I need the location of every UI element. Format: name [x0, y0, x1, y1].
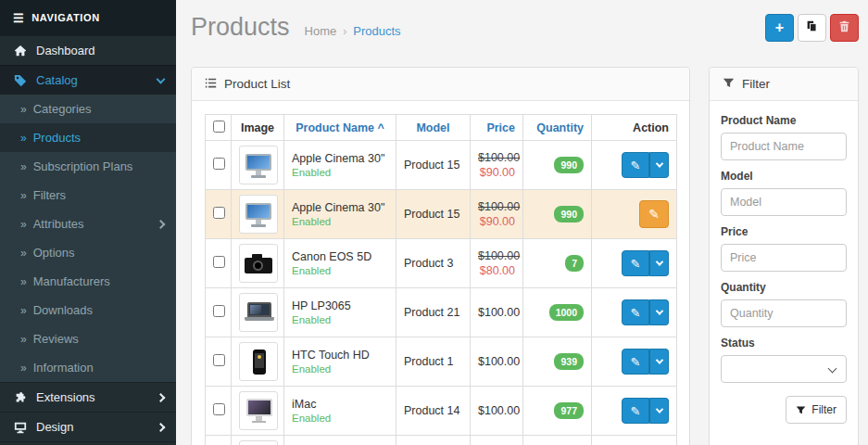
product-list-panel: Product List Image Product Name ^	[191, 67, 690, 445]
product-name: Canon EOS 5D	[292, 250, 388, 263]
double-angle-icon: »	[20, 132, 25, 145]
pencil-icon: ✎	[631, 355, 641, 369]
list-icon	[205, 77, 217, 92]
sidebar-item-products[interactable]: » Products	[0, 123, 176, 152]
sidebar-item-catalog[interactable]: Catalog	[0, 65, 176, 95]
chevron-down-icon	[828, 364, 837, 374]
double-angle-icon: »	[20, 333, 25, 346]
panel-title: Filter	[742, 77, 770, 91]
sidebar-item-categories[interactable]: » Categories	[0, 95, 176, 123]
filter-panel-header: Filter	[710, 68, 858, 101]
caret-down-icon	[655, 356, 662, 363]
sidebar-next-item-edge	[0, 441, 176, 445]
breadcrumb-current[interactable]: Products	[353, 24, 400, 38]
quantity-badge: 990	[554, 206, 584, 222]
filter-apply-button[interactable]: Filter	[786, 396, 847, 424]
sidebar-header: ☰ NAVIGATION	[0, 0, 176, 35]
product-name: Apple Cinema 30"	[292, 201, 388, 214]
filter-price-input[interactable]	[721, 244, 847, 272]
row-checkbox[interactable]	[213, 403, 225, 415]
table-row-selected: Apple Cinema 30"Enabled Product 15 $100.…	[206, 190, 677, 239]
filter-label-quantity: Quantity	[721, 281, 847, 294]
copy-button[interactable]	[798, 14, 826, 42]
price-old: $100.00	[478, 151, 515, 164]
edit-dropdown-button[interactable]	[649, 299, 669, 325]
pencil-icon: ✎	[631, 257, 641, 271]
price-new: $90.00	[478, 215, 515, 228]
product-list-panel-header: Product List	[192, 68, 689, 101]
price-new: $80.00	[478, 264, 515, 277]
sidebar-item-information[interactable]: » Information	[0, 353, 176, 382]
sidebar-item-label: Subscription Plans	[33, 159, 133, 173]
double-angle-icon: »	[20, 275, 25, 288]
quantity-badge: 1000	[549, 304, 584, 321]
edit-button[interactable]: ✎	[622, 250, 649, 276]
filter-status-select[interactable]	[721, 355, 847, 383]
sidebar-item-design[interactable]: Design	[0, 412, 176, 441]
sidebar-item-extensions[interactable]: Extensions	[0, 382, 176, 412]
sidebar-item-label: Categories	[33, 102, 92, 116]
product-status: Enabled	[292, 167, 388, 178]
double-angle-icon: »	[20, 218, 25, 231]
filter-quantity-input[interactable]	[721, 299, 847, 327]
product-status: Enabled	[292, 265, 388, 276]
pencil-icon: ✎	[631, 159, 641, 172]
product-name: Apple Cinema 30"	[292, 152, 388, 165]
product-model: Product 14	[396, 387, 471, 436]
breadcrumb-home[interactable]: Home	[305, 24, 337, 38]
sidebar: ☰ NAVIGATION Dashboard Catalog » Categor…	[0, 0, 176, 445]
sidebar-item-label: Design	[36, 420, 73, 434]
edit-dropdown-button[interactable]	[649, 349, 669, 375]
sidebar-item-filters[interactable]: » Filters	[0, 181, 176, 210]
product-model: Product 1	[396, 337, 471, 387]
sidebar-item-options[interactable]: » Options	[0, 238, 176, 267]
pencil-icon: ✎	[648, 207, 660, 222]
edit-button[interactable]: ✎	[622, 349, 649, 375]
sidebar-item-label: Information	[33, 361, 94, 375]
edit-dropdown-button[interactable]	[649, 250, 669, 276]
row-checkbox[interactable]	[213, 207, 225, 219]
row-checkbox[interactable]	[213, 305, 225, 317]
edit-button[interactable]: ✎	[622, 299, 649, 325]
edit-button-active[interactable]: ✎	[639, 200, 669, 228]
pencil-icon: ✎	[631, 404, 641, 418]
filter-model-input[interactable]	[721, 188, 847, 216]
table-row-partial	[206, 436, 677, 445]
filter-panel: Filter Product Name Model Price Quantity…	[709, 67, 859, 445]
catalog-submenu: » Categories » Products » Subscription P…	[0, 95, 176, 382]
sidebar-item-label: Filters	[33, 188, 66, 202]
sidebar-item-dashboard[interactable]: Dashboard	[0, 35, 176, 65]
column-label: Product Name	[296, 121, 374, 134]
double-angle-icon: »	[20, 247, 25, 260]
edit-dropdown-button[interactable]	[649, 152, 669, 178]
edit-button[interactable]: ✎	[622, 398, 649, 424]
column-product-name[interactable]: Product Name ^	[284, 115, 396, 141]
chevron-right-icon	[157, 393, 166, 402]
column-model[interactable]: Model	[396, 115, 471, 141]
row-checkbox[interactable]	[213, 158, 225, 170]
edit-dropdown-button[interactable]	[649, 398, 669, 424]
sidebar-item-manufacturers[interactable]: » Manufacturers	[0, 267, 176, 296]
filter-icon	[796, 405, 806, 415]
delete-button[interactable]	[830, 14, 859, 42]
product-price: $100.00	[471, 387, 523, 436]
chevron-right-icon	[157, 423, 166, 432]
edit-button[interactable]: ✎	[622, 152, 649, 178]
column-quantity[interactable]: Quantity	[523, 115, 592, 141]
add-product-button[interactable]: +	[765, 14, 794, 42]
select-all-checkbox[interactable]	[213, 121, 225, 133]
filter-product-name-input[interactable]	[721, 133, 847, 160]
sidebar-item-downloads[interactable]: » Downloads	[0, 296, 176, 324]
double-angle-icon: »	[20, 304, 25, 317]
sidebar-item-reviews[interactable]: » Reviews	[0, 324, 176, 353]
trash-icon	[838, 19, 850, 36]
sidebar-item-attributes[interactable]: » Attributes	[0, 210, 176, 238]
filter-label-price: Price	[721, 225, 847, 238]
quantity-badge: 7	[565, 255, 584, 272]
row-checkbox[interactable]	[213, 256, 225, 268]
double-angle-icon: »	[20, 103, 25, 116]
product-name: HTC Touch HD	[292, 349, 388, 362]
sidebar-item-subscription-plans[interactable]: » Subscription Plans	[0, 152, 176, 181]
column-price[interactable]: Price	[471, 115, 523, 141]
row-checkbox[interactable]	[213, 354, 225, 366]
